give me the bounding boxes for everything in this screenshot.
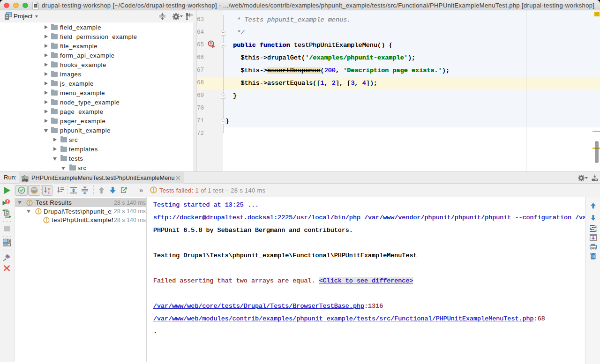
svg-text:php: php: [22, 178, 28, 182]
svg-text:z: z: [48, 190, 50, 194]
